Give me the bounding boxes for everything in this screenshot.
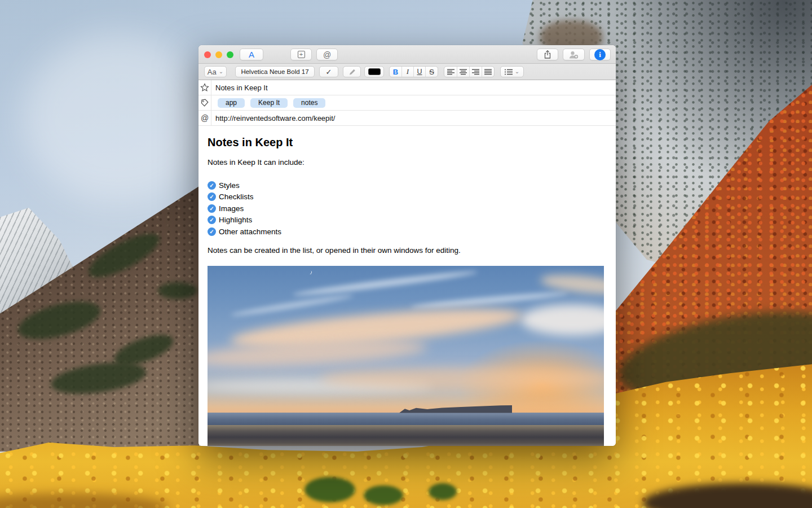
at-icon: @ [323,50,331,59]
note-title-field[interactable]: Notes in Keep It [215,84,268,92]
info-icon: i [594,49,606,60]
format-panel-button[interactable]: A [240,49,263,60]
chevron-down-icon: ⌄ [219,69,223,75]
checklist-label: Styles [219,181,240,190]
align-left-button[interactable] [444,67,457,77]
pencil-icon [348,68,356,76]
person-add-icon [568,50,579,59]
desktop: A + @ [0,0,812,508]
highlight-button[interactable] [343,66,361,77]
tag-icon [198,95,211,110]
underline-button[interactable]: U [414,67,426,77]
checklist-item: ✓ Highlights [208,214,604,226]
italic-button[interactable]: I [402,67,414,77]
note-intro: Notes in Keep It can include: [208,157,604,167]
mention-button[interactable]: @ [316,49,338,60]
note-editor[interactable]: Notes in Keep It Notes in Keep It can in… [198,135,616,446]
checklist: ✓ Styles ✓ Checklists ✓ Images ✓ Highlig… [208,179,604,238]
link-at-icon: @ [198,111,211,125]
info-button[interactable]: i [589,49,611,60]
green-bush [429,483,457,500]
note-url-field[interactable]: http://reinventedsoftware.com/keepit/ [215,114,335,122]
checklist-checkbox[interactable]: ✓ [208,227,216,236]
note-paragraph: Notes can be created in the list, or ope… [208,246,604,255]
bold-button[interactable]: B [390,67,402,77]
share-button[interactable] [537,49,558,60]
note-url-row[interactable]: @ http://reinventedsoftware.com/keepit/ [198,111,616,126]
font-name-field[interactable]: Helvetica Neue Bold 17 [235,66,315,77]
style-picker-button[interactable]: Aa ⌄ [204,66,227,77]
checklist-checkbox[interactable]: ✓ [208,204,216,213]
checklist-label: Checklists [219,192,254,201]
checklist-item: ✓ Styles [208,179,604,191]
close-button[interactable] [204,51,211,58]
format-toolbar: Aa ⌄ Helvetica Neue Bold 17 ✓ B I U [198,64,616,80]
checklist-checkbox[interactable]: ✓ [208,192,216,201]
list-style-button[interactable]: ⌄ [500,66,524,77]
align-right-button[interactable] [470,67,482,77]
checklist-label: Other attachments [219,227,281,236]
favorite-star-icon[interactable] [198,80,211,95]
checklist-item: ✓ Images [208,203,604,214]
checklist-item: ✓ Other attachments [208,226,604,238]
text-color-swatch-button[interactable] [364,66,384,77]
checklist-checkbox[interactable]: ✓ [208,216,216,224]
chevron-down-icon: ⌄ [515,69,519,75]
tag-pill[interactable]: app [218,98,245,108]
note-heading: Notes in Keep It [208,135,604,149]
strikethrough-button[interactable]: S [426,67,438,77]
titlebar[interactable]: A + @ [198,45,616,64]
list-icon [505,69,513,75]
wallpaper-haze [23,34,214,203]
align-justify-button[interactable] [482,67,494,77]
cloud [320,367,604,390]
foliage-patch [158,282,197,299]
zoom-button[interactable] [227,51,233,58]
add-person-button[interactable] [563,49,585,60]
format-a-icon: A [249,50,254,59]
checklist-item: ✓ Checklists [208,191,604,203]
plus-box-icon: + [298,51,305,58]
checklist-checkbox[interactable]: ✓ [208,181,216,190]
minimize-button[interactable] [215,51,222,58]
new-from-clipboard-button[interactable]: + [290,49,312,60]
app-window: A + @ [198,45,616,446]
checklist-label: Images [219,204,244,213]
tag-pill[interactable]: Keep It [250,98,288,108]
photo-attachment[interactable] [208,266,604,446]
note-title-row[interactable]: Notes in Keep It [198,80,616,95]
text-style-group: B I U S [389,66,438,77]
alignment-group [444,66,495,77]
note-tags-row[interactable]: app Keep It notes [198,95,616,111]
tag-pill[interactable]: notes [293,98,325,108]
checkmark-icon: ✓ [326,68,332,76]
green-bush [364,485,403,505]
green-bush [304,477,355,502]
checklist-label: Highlights [219,216,252,224]
style-picker-label: Aa [208,68,217,76]
align-center-button[interactable] [457,67,470,77]
checklist-toolbar-button[interactable]: ✓ [319,66,338,77]
color-swatch [368,68,381,75]
photo-beach [208,425,604,446]
photo-sea [208,413,604,425]
share-icon [543,50,552,59]
